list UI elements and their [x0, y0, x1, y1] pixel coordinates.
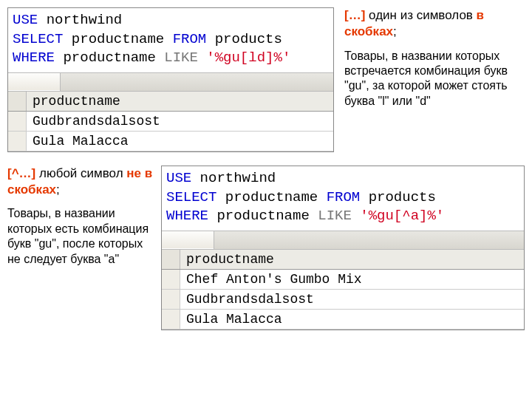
caption-top: […] один из символов в скобках; Товары, … [334, 7, 522, 109]
column-header: productname [162, 250, 524, 270]
sql-literal: '%gu[^a]%' [360, 208, 444, 224]
row-gutter [162, 290, 180, 309]
pattern-symbol: […] [344, 8, 365, 22]
table-row: Chef Anton's Gumbo Mix [162, 270, 524, 290]
caption-text: один из символов [365, 8, 476, 22]
sql-literal: '%gu[ld]%' [206, 50, 290, 66]
pattern-symbol: [^…] [7, 166, 35, 180]
sql-code-bottom: USE northwind SELECT productname FROM pr… [162, 166, 524, 231]
table: products [369, 189, 436, 205]
row-gutter [162, 270, 180, 289]
row-gutter [8, 132, 27, 151]
db-name: northwind [200, 170, 276, 186]
table-row: Gudbrandsdalsost [162, 290, 524, 310]
sql-panel-top: USE northwind SELECT productname FROM pr… [7, 7, 334, 152]
row-gutter [8, 92, 27, 111]
kw-where: WHERE [166, 208, 208, 224]
results-grid-bottom: productname Chef Anton's Gumbo Mix Gudbr… [162, 250, 524, 330]
table-row: Gula Malacca [8, 132, 333, 151]
row-gutter [8, 112, 27, 131]
column-header: productname [8, 92, 333, 112]
result-tab[interactable] [8, 73, 61, 91]
example-caret-brackets: [^…] любой символ не в скобках; Товары, … [7, 166, 525, 330]
kw-use: USE [166, 170, 191, 186]
kw-where: WHERE [13, 50, 55, 66]
tab-strip [162, 231, 524, 250]
kw-like: LIKE [164, 50, 198, 66]
sql-code-top: USE northwind SELECT productname FROM pr… [8, 8, 333, 72]
caption-bottom: [^…] любой символ не в скобках; Товары, … [7, 166, 161, 267]
table-row: Gula Malacca [162, 310, 524, 330]
cell-value: Gula Malacca [33, 134, 129, 149]
db-name: northwind [47, 12, 123, 28]
cell-value: Chef Anton's Gumbo Mix [186, 272, 362, 287]
table: products [215, 31, 282, 47]
results-grid-top: productname Gudbrandsdalsost Gula Malacc… [8, 92, 333, 151]
caption-semicolon: ; [56, 183, 60, 197]
kw-from: FROM [173, 31, 207, 47]
row-gutter [162, 310, 180, 329]
caption-semicolon: ; [393, 24, 397, 38]
cell-value: Gula Malacca [186, 312, 282, 327]
kw-select: SELECT [166, 189, 216, 205]
row-gutter [162, 250, 180, 269]
col: productname [72, 31, 164, 47]
tab-strip [8, 72, 333, 92]
kw-use: USE [13, 12, 38, 28]
caption-description: Товары, в названии которых есть комбинац… [7, 206, 154, 267]
table-row: Gudbrandsdalsost [8, 112, 333, 132]
col2: productname [63, 50, 155, 66]
caption-description: Товары, в названии которых встречается к… [344, 49, 522, 109]
result-tab[interactable] [162, 231, 214, 249]
column-header-label: productname [33, 94, 120, 109]
cell-value: Gudbrandsdalsost [33, 114, 160, 129]
kw-select: SELECT [13, 31, 63, 47]
kw-like: LIKE [318, 208, 352, 224]
example-brackets: USE northwind SELECT productname FROM pr… [7, 7, 525, 152]
col: productname [225, 189, 318, 205]
column-header-label: productname [186, 252, 274, 267]
kw-from: FROM [327, 189, 361, 205]
cell-value: Gudbrandsdalsost [186, 292, 314, 307]
sql-panel-bottom: USE northwind SELECT productname FROM pr… [161, 166, 525, 330]
caption-text: любой символ [35, 166, 126, 180]
col2: productname [216, 208, 309, 224]
